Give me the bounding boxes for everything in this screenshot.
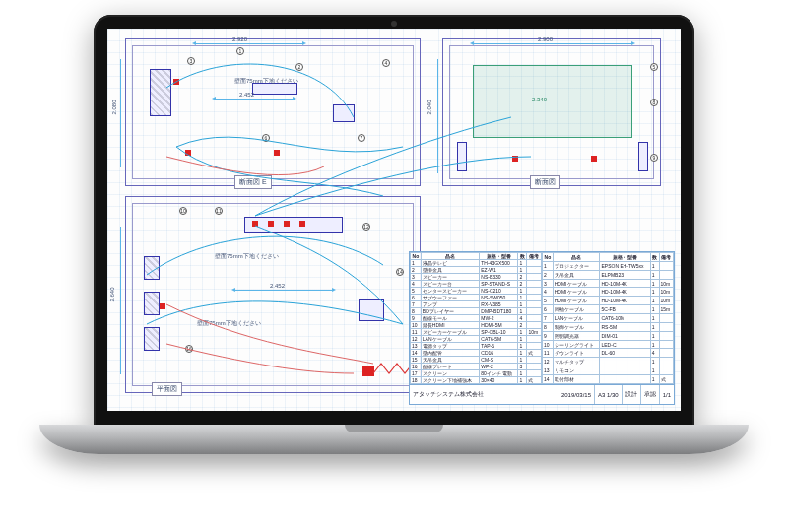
parts-table-right: No品名規格・型番数備考1プロジェクターEPSON EH-TW5xx12天吊金具…: [542, 252, 674, 384]
callout-balloon: 7: [358, 134, 365, 142]
table-row: 7LANケーブルCAT6-10M1: [543, 314, 674, 323]
callout-balloon: 11: [215, 207, 223, 215]
callout-balloon: 3: [187, 57, 195, 65]
table-row: 17スクリーン80インチ 電動1: [411, 370, 542, 377]
component-box: [144, 256, 160, 280]
callout-balloon: 2: [296, 63, 303, 71]
laptop-screen-bezel: 3 1 2 4 7 6 2.920 2.452 壁面75mm下地ください 2.0…: [94, 15, 694, 429]
callout-balloon: 4: [382, 59, 390, 67]
table-row: 11スピーカーケーブルSP-CBL-10110m: [411, 329, 542, 336]
note-label: 壁面75mm下地ください: [197, 319, 261, 328]
camera-dot: [391, 21, 397, 27]
dimension-label: 2.040: [427, 100, 432, 114]
table-row: 3スピーカーNS-B3302: [411, 274, 542, 281]
marker-icon: [268, 221, 274, 227]
callout-balloon: 9: [650, 154, 658, 162]
table-row: 14壁内配管CD161式: [411, 350, 542, 357]
table-row: 10シーリングライトLED-C1: [543, 340, 674, 349]
view-elevation-e: 3 1 2 4 7 6 2.920 2.452 壁面75mm下地ください 2.0…: [125, 38, 421, 186]
marker-icon: [512, 156, 518, 162]
titleblock-sheet: 1/1: [659, 385, 674, 404]
callout-balloon: 5: [650, 63, 658, 71]
callout-balloon: 1: [236, 47, 244, 55]
table-row: 9配線モールMW-24: [411, 315, 542, 322]
projector: [359, 299, 384, 321]
callout-balloon: 8: [650, 99, 658, 106]
marker-icon: [173, 79, 179, 85]
table-row: 11ダウンライトDL-604: [543, 349, 674, 358]
table-row: 13リモコン1: [543, 366, 674, 375]
table-row: 6同軸ケーブル5C-FB115m: [543, 305, 674, 314]
dimension-label: 2.080: [111, 100, 117, 114]
marker-icon: [185, 150, 191, 156]
table-row: 18スクリーン下地補強木30×401式: [411, 377, 542, 384]
marker-icon: [299, 221, 305, 227]
dimension-label: 2.920: [232, 36, 247, 42]
table-row: 5HDMIケーブルHD-10M-4K110m: [543, 297, 674, 305]
laptop-base: [39, 425, 749, 454]
dimension-line: [234, 290, 333, 291]
marker-icon: [284, 221, 290, 227]
table-row: 4スピーカー台SP-STAND-S2: [411, 281, 542, 288]
parts-list-block: No品名規格・型番数備考1液晶テレビTH-43GX50012壁掛金具EZ-W11…: [409, 251, 675, 405]
table-row: 10延長HDMIHDMI-5M2: [411, 322, 542, 329]
callout-balloon: 12: [362, 223, 370, 231]
component-box: [144, 292, 160, 315]
av-shelf: [244, 217, 343, 233]
table-row: 12マルチタップ1: [543, 358, 674, 366]
component-box: [333, 104, 355, 122]
view-title: 断面図 E: [234, 175, 272, 189]
table-row: 15天吊金具CM-S1: [411, 357, 542, 364]
dimension-line: [473, 43, 632, 44]
dimension-line: [120, 59, 121, 167]
dimension-line: [195, 43, 303, 44]
marker-icon: [160, 303, 165, 309]
note-label: 壁面75mm下地ください: [234, 77, 298, 86]
dimension-line: [120, 227, 121, 374]
table-row: 4HDMIケーブルHD-10M-4K110m: [543, 288, 674, 297]
dimension-label: 2.452: [239, 92, 254, 98]
dimension-label: 2.640: [109, 287, 115, 301]
table-row: 2天吊金具ELPMB231: [543, 270, 674, 279]
titleblock-date: 2019/03/15: [558, 385, 594, 404]
dimension-label: 2.340: [532, 97, 547, 102]
table-row: 5センタースピーカーNS-C2101: [411, 288, 542, 295]
parts-table: No品名規格・型番数備考1液晶テレビTH-43GX50012壁掛金具EZ-W11…: [409, 251, 675, 385]
parts-table-left: No品名規格・型番数備考1液晶テレビTH-43GX50012壁掛金具EZ-W11…: [410, 252, 542, 384]
callout-balloon: 6: [262, 134, 270, 142]
note-label: 壁面75mm下地ください: [215, 252, 279, 261]
laptop-mockup: 3 1 2 4 7 6 2.920 2.452 壁面75mm下地ください 2.0…: [39, 15, 749, 517]
dimension-label: 2.900: [538, 36, 553, 42]
table-row: 1液晶テレビTH-43GX5001: [411, 260, 542, 267]
dimension-line: [437, 59, 438, 173]
table-row: 8制御ケーブルRS-5M1: [543, 322, 674, 331]
table-row: 8BDプレイヤーDMP-BDT1801: [411, 308, 542, 315]
marker-icon: [362, 366, 374, 376]
marker-icon: [591, 156, 597, 162]
view-title: 断面図: [530, 175, 560, 189]
callout-balloon: 14: [396, 268, 404, 276]
dimension-label: 2.452: [270, 283, 285, 289]
table-row: 7アンプRX-V3851: [411, 301, 542, 308]
view-title: 平面図: [152, 382, 182, 396]
view-plan: 10 11 12 14 16 壁面75mm下地ください 壁面75mm下地ください…: [125, 196, 421, 393]
cad-drawing-canvas: 3 1 2 4 7 6 2.920 2.452 壁面75mm下地ください 2.0…: [107, 29, 681, 411]
table-row: 12LANケーブルCAT6-5M1: [411, 336, 542, 343]
speaker: [638, 142, 648, 171]
callout-balloon: 10: [179, 207, 187, 215]
view-front-elevation: 2.340 2.900 5 8 9 2.040 断面図: [442, 38, 661, 186]
title-block: アタッチシステム株式会社 2019/03/15 A3 1/30 設計 承認 1/…: [409, 385, 675, 405]
table-row: 2壁掛金具EZ-W11: [411, 267, 542, 274]
marker-icon: [274, 150, 280, 156]
marker-icon: [252, 221, 258, 227]
speaker: [457, 142, 467, 171]
dimension-line: [215, 99, 294, 100]
table-row: 9照明調光器DIM-011: [543, 331, 674, 340]
company-name: アタッチシステム株式会社: [410, 385, 558, 404]
table-row: 13電源タップTAP-61: [411, 343, 542, 350]
component-box: [144, 327, 160, 351]
equipment-rack: [150, 69, 171, 116]
table-row: 14取付部材1式: [543, 375, 674, 384]
table-row: 1プロジェクターEPSON EH-TW5xx1: [543, 261, 674, 270]
callout-balloon: 16: [185, 345, 193, 353]
